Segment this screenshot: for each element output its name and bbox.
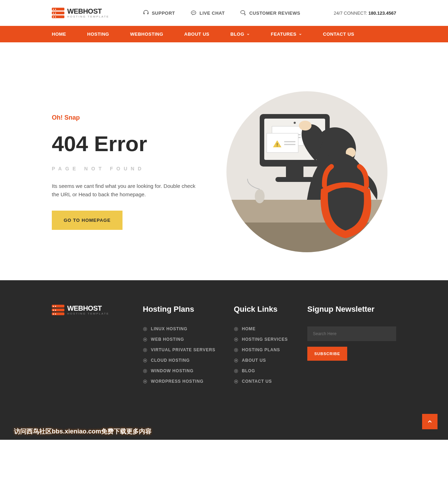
footer-quick-link[interactable]: HOME	[234, 326, 290, 331]
footer-quick-label: CONTACT US	[242, 379, 272, 384]
footer-plan-label: VIRTUAL PRIVATE SERVERS	[151, 347, 215, 352]
error-illustration: ! !	[226, 91, 387, 252]
svg-rect-9	[286, 167, 303, 177]
footer-plan-label: WEB HOSTING	[151, 337, 184, 342]
svg-point-4	[241, 10, 245, 14]
chevron-down-icon	[299, 33, 302, 36]
footer-quick-label: BLOG	[242, 368, 255, 373]
nav-features[interactable]: FEATURES	[271, 31, 302, 37]
hero-title: 404 Error	[52, 131, 196, 156]
headset-icon	[143, 10, 149, 16]
footer-logo-subtitle: HOSTING TEMPLATE	[67, 312, 109, 315]
footer-quick-link[interactable]: HOSTING SERVICES	[234, 337, 290, 342]
nav-home[interactable]: HOME	[52, 31, 66, 37]
svg-point-39	[236, 328, 237, 329]
connect-label: 24/7 CONNECT:	[334, 10, 367, 16]
svg-point-45	[236, 360, 237, 361]
chevron-up-icon	[427, 418, 433, 425]
connect-number: 180.123.4567	[368, 10, 396, 16]
reviews-link[interactable]: CUSTOMER REVIEWS	[240, 10, 300, 16]
connect-phone: 24/7 CONNECT: 180.123.4567	[334, 10, 396, 16]
livechat-label: LIVE CHAT	[200, 10, 225, 16]
footer-quick-label: ABOUT US	[242, 358, 266, 363]
footer-quick-link[interactable]: HOSTING PLANS	[234, 347, 290, 352]
footer-plan-label: LINUX HOSTING	[151, 326, 187, 331]
logo-title: WEBHOST	[67, 8, 109, 15]
footer-plan-label: WORDPRESS HOSTING	[151, 379, 203, 384]
subscribe-button[interactable]: SUBSCRIBE	[307, 347, 347, 361]
footer-quick-title: Quick Links	[234, 305, 290, 314]
logo-subtitle: HOSTING TEMPLATE	[67, 15, 109, 18]
svg-point-24	[299, 121, 312, 130]
svg-point-27	[145, 328, 146, 329]
svg-point-1	[192, 13, 193, 13]
nav-blog[interactable]: BLOG	[230, 31, 250, 37]
nav-blog-label: BLOG	[230, 31, 244, 37]
footer-quick-link[interactable]: CONTACT US	[234, 379, 290, 384]
svg-point-43	[236, 349, 237, 350]
svg-point-3	[195, 13, 195, 13]
footer-plan-link[interactable]: LINUX HOSTING	[143, 326, 216, 331]
footer-plan-link[interactable]: VIRTUAL PRIVATE SERVERS	[143, 347, 216, 352]
footer-quick-link[interactable]: ABOUT US	[234, 358, 290, 363]
footer-news-title: Signup Newsletter	[307, 305, 396, 314]
svg-point-25	[294, 122, 296, 124]
footer-logo-title: WEBHOST	[67, 305, 109, 312]
svg-point-37	[145, 381, 146, 382]
svg-text:!: !	[276, 142, 278, 148]
chat-icon	[190, 10, 197, 16]
svg-point-21	[255, 189, 265, 203]
svg-point-29	[145, 339, 146, 340]
svg-rect-10	[275, 177, 314, 182]
scroll-to-top-button[interactable]	[422, 414, 438, 429]
svg-point-49	[236, 381, 237, 382]
logo-mark-icon	[52, 305, 64, 315]
svg-point-35	[145, 370, 146, 371]
logo-mark-icon	[52, 8, 64, 18]
svg-point-2	[194, 13, 194, 13]
comments-icon	[240, 10, 246, 16]
support-label: SUPPORT	[152, 10, 175, 16]
reviews-label: CUSTOMER REVIEWS	[249, 10, 300, 16]
svg-point-31	[145, 349, 146, 350]
footer-logo[interactable]: WEBHOST HOSTING TEMPLATE	[52, 305, 125, 315]
watermark-text: 访问西鸟社区bbs.xieniao.com免费下载更多内容	[14, 427, 152, 436]
svg-rect-16	[267, 133, 298, 153]
footer-quick-link[interactable]: BLOG	[234, 368, 290, 373]
hero-description: Its seems we cant find what you are look…	[52, 182, 196, 199]
footer-plan-link[interactable]: WINDOW HOSTING	[143, 368, 216, 373]
footer-plan-label: CLOUD HOSTING	[151, 358, 190, 363]
svg-point-33	[145, 360, 146, 361]
footer-quick-label: HOSTING SERVICES	[242, 337, 288, 342]
nav-hosting[interactable]: HOSTING	[87, 31, 109, 37]
livechat-link[interactable]: LIVE CHAT	[190, 10, 225, 16]
newsletter-search-input[interactable]	[307, 326, 396, 341]
nav-contact[interactable]: CONTACT US	[323, 31, 354, 37]
footer-plan-label: WINDOW HOSTING	[151, 368, 194, 373]
hero-subtitle: PAGE NOT FOUND	[52, 166, 196, 171]
footer-plans-title: Hosting Plans	[143, 305, 216, 314]
go-homepage-button[interactable]: GO TO HOMEPAGE	[52, 211, 122, 230]
hero-eyebrow: Oh! Snap	[52, 114, 196, 121]
footer-plan-link[interactable]: WEB HOSTING	[143, 337, 216, 342]
footer-quick-label: HOSTING PLANS	[242, 347, 280, 352]
svg-point-41	[236, 339, 237, 340]
nav-features-label: FEATURES	[271, 31, 296, 37]
svg-point-47	[236, 370, 237, 371]
main-nav: HOME HOSTING WEBHOSTING ABOUT US BLOG FE…	[0, 26, 448, 42]
nav-about[interactable]: ABOUT US	[184, 31, 209, 37]
support-link[interactable]: SUPPORT	[143, 10, 175, 16]
logo[interactable]: WEBHOST HOSTING TEMPLATE	[52, 8, 109, 18]
footer-plan-link[interactable]: WORDPRESS HOSTING	[143, 379, 216, 384]
footer-quick-label: HOME	[242, 326, 255, 331]
chevron-down-icon	[246, 33, 250, 36]
footer-plan-link[interactable]: CLOUD HOSTING	[143, 358, 216, 363]
nav-webhosting[interactable]: WEBHOSTING	[130, 31, 163, 37]
